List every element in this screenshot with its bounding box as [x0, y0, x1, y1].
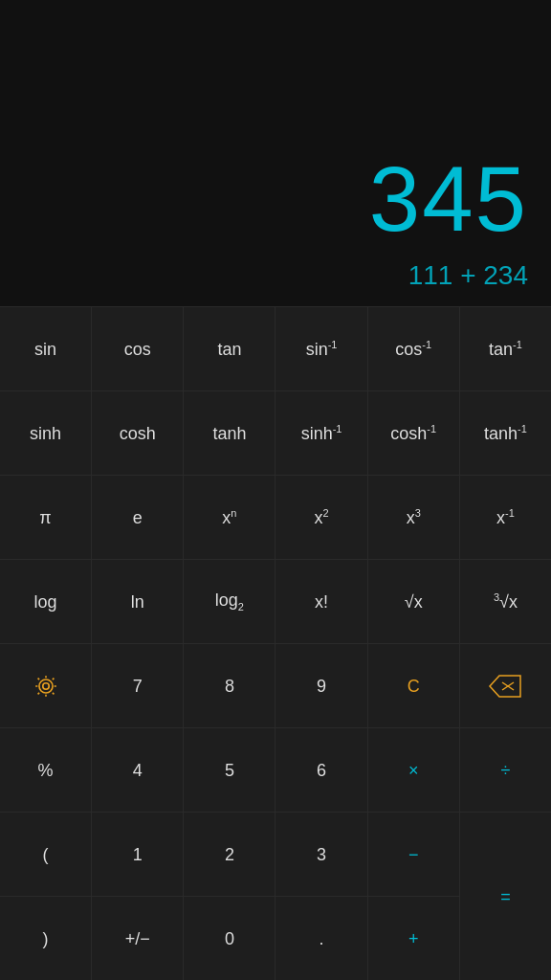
2-key[interactable]: 2 — [184, 813, 275, 896]
cos-key[interactable]: cos — [92, 307, 183, 390]
cbrt-key[interactable]: 3√x — [460, 560, 551, 643]
9-key[interactable]: 9 — [276, 644, 366, 727]
tanh-inv-key[interactable]: tanh-1 — [460, 391, 551, 475]
gear-icon — [33, 674, 58, 699]
rparen-key[interactable]: ) — [0, 897, 91, 980]
dot-key[interactable]: . — [276, 897, 366, 980]
6-key[interactable]: 6 — [276, 728, 366, 812]
0-key[interactable]: 0 — [184, 897, 275, 980]
x-inv-key[interactable]: x-1 — [460, 476, 551, 559]
equals-key[interactable]: = — [460, 813, 551, 980]
x3-key[interactable]: x3 — [368, 476, 459, 559]
svg-marker-2 — [490, 676, 520, 697]
C-key[interactable]: C — [368, 644, 459, 727]
log2-key[interactable]: log2 — [184, 560, 275, 643]
sqrt-key[interactable]: √x — [368, 560, 459, 643]
sin-key[interactable]: sin — [0, 307, 91, 390]
plusminus-key[interactable]: +/− — [92, 897, 183, 980]
svg-point-1 — [39, 679, 53, 692]
tan-inv-key[interactable]: tan-1 — [460, 307, 551, 390]
x2-key[interactable]: x2 — [276, 476, 366, 559]
tanh-key[interactable]: tanh — [184, 391, 275, 475]
settings-key[interactable] — [0, 644, 91, 727]
expression-display: 111 + 234 — [408, 260, 528, 291]
8-key[interactable]: 8 — [184, 644, 275, 727]
3-key[interactable]: 3 — [276, 813, 366, 896]
backspace-key[interactable] — [460, 644, 551, 727]
5-key[interactable]: 5 — [184, 728, 275, 812]
1-key[interactable]: 1 — [92, 813, 183, 896]
sin-inv-key[interactable]: sin-1 — [276, 307, 366, 390]
keypad: sincostansin-1cos-1tan-1sinhcoshtanhsinh… — [0, 306, 551, 980]
4-key[interactable]: 4 — [92, 728, 183, 812]
cos-inv-key[interactable]: cos-1 — [368, 307, 459, 390]
percent-key[interactable]: % — [0, 728, 91, 812]
backspace-icon — [488, 674, 522, 699]
log-key[interactable]: log — [0, 560, 91, 643]
minus-key[interactable]: − — [368, 813, 459, 896]
divide-key[interactable]: ÷ — [460, 728, 551, 812]
factorial-key[interactable]: x! — [276, 560, 366, 643]
7-key[interactable]: 7 — [92, 644, 183, 727]
lparen-key[interactable]: ( — [0, 813, 91, 896]
result-display: 345 — [369, 153, 528, 245]
e-key[interactable]: e — [92, 476, 183, 559]
ln-key[interactable]: ln — [92, 560, 183, 643]
svg-point-0 — [42, 682, 49, 689]
xn-key[interactable]: xn — [184, 476, 275, 559]
sinh-key[interactable]: sinh — [0, 391, 91, 475]
cosh-inv-key[interactable]: cosh-1 — [368, 391, 459, 475]
display: 345 111 + 234 — [0, 0, 551, 306]
sinh-inv-key[interactable]: sinh-1 — [276, 391, 366, 475]
pi-key[interactable]: π — [0, 476, 91, 559]
tan-key[interactable]: tan — [184, 307, 275, 390]
cosh-key[interactable]: cosh — [92, 391, 183, 475]
multiply-key[interactable]: × — [368, 728, 459, 812]
plus-key[interactable]: + — [368, 897, 459, 980]
